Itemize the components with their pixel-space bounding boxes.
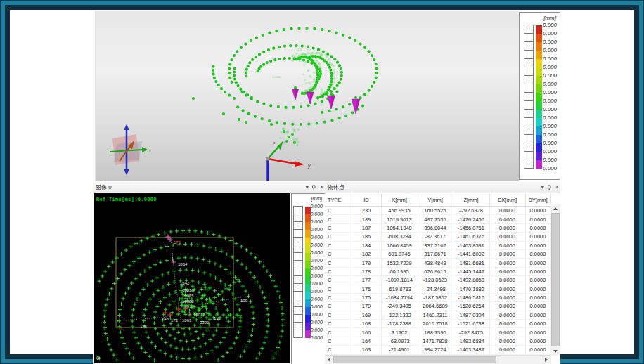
column-header[interactable]: DX[mm] (489, 193, 525, 207)
column-header[interactable]: TYPE (325, 193, 352, 207)
table-row[interactable]: C182691.9746317.8671-1441.60020.00000.00… (325, 249, 550, 258)
table-cell: 497.7535 (418, 215, 453, 223)
image-panel-header: 图像 0 ▾ × (93, 182, 325, 193)
table-cell: 179 (352, 259, 381, 267)
table-cell: C (325, 241, 352, 249)
table-cell: C (325, 215, 352, 223)
table-row[interactable]: C175-1084.7794-187.5852-1486.58160.00000… (325, 293, 550, 301)
point-id-label: 170 (174, 240, 181, 245)
table-cell: -1097.1814 (381, 276, 418, 285)
legend-color-segment (536, 67, 542, 76)
table-cell: 230 (352, 207, 381, 215)
table-row[interactable]: C170-249.34052064.6689-1520.62640.00000.… (325, 302, 550, 311)
table-row[interactable]: C164-63.09731471.7828-1493.68340.00000.0… (325, 337, 550, 345)
point-id-label: 146 (162, 317, 169, 321)
table-cell: 1519.9613 (381, 215, 418, 223)
legend-tick-label: 0.000 (543, 30, 557, 37)
table-cell: 0.0000 (525, 267, 550, 275)
legend-tick-label: 0.000 (543, 157, 557, 163)
legend-tick-label: 0.000 (310, 212, 323, 216)
legend-tick-label: 0.000 (543, 56, 557, 62)
scroll-left-button[interactable] (325, 356, 333, 364)
panel-pin-icon[interactable] (547, 185, 553, 190)
point-id-label: -1 (119, 327, 123, 331)
column-header[interactable]: ID (352, 193, 381, 207)
vertical-scrollbar[interactable] (550, 204, 560, 356)
svg-text:230: 230 (299, 57, 304, 60)
table-cell: 0.0000 (525, 320, 550, 328)
legend-checkbox[interactable] (524, 160, 534, 169)
legend-body: 0.0000.0000.0000.0000.0000.0000.0000.000… (520, 24, 560, 179)
table-cell: C (325, 328, 352, 337)
scroll-up-button[interactable] (550, 204, 560, 213)
table-cell: 169 (352, 311, 381, 319)
column-header[interactable]: X[mm] (381, 193, 418, 207)
legend-tick-label: 0.000 (543, 115, 557, 121)
table-row[interactable]: C1663.1702188.7390-292.84750.00000.0000 (325, 328, 550, 337)
panel-close-icon[interactable]: × (555, 182, 559, 193)
table-cell: 0.0000 (489, 337, 525, 345)
legend-tick-label: 0.000 (310, 304, 323, 309)
table-row[interactable]: C177-1097.1814-128.0523-1492.88680.00000… (325, 276, 550, 285)
3d-viewport[interactable]: 182184230170199186154210016xyy (95, 11, 519, 181)
legend-tick-label: 0.000 (543, 140, 557, 146)
panel-close-icon[interactable]: × (320, 182, 323, 193)
table-cell: 438.4843 (418, 259, 453, 267)
table-row[interactable]: C186-608.3284-82.3617-1461.63760.00000.0… (325, 233, 550, 241)
legend-color-segment (536, 84, 542, 93)
table-cell: -1470.1882 (453, 285, 489, 293)
point-id-label: 2200 (200, 320, 210, 325)
table-cell: 0.0000 (489, 241, 525, 249)
table-row[interactable]: C1791532.7229438.4843-1481.66810.00000.0… (325, 259, 550, 267)
table-cell: C (325, 259, 352, 267)
image-panel-title: 图像 0 (93, 184, 112, 190)
table-cell: -1492.8868 (453, 276, 489, 285)
image-panel: 图像 0 ▾ × 1701064154210016100151000810022… (93, 182, 325, 364)
table-cell: -1476.2456 (453, 215, 489, 223)
table-cell: -292.8475 (453, 328, 489, 337)
panel-pin-icon[interactable] (311, 185, 317, 190)
horizontal-scrollbar[interactable] (325, 355, 550, 364)
legend-tick-label: 0.000 (543, 89, 557, 96)
legend-tick-label: 0.000 (543, 22, 557, 28)
column-header[interactable]: Y[mm] (418, 193, 453, 207)
table-cell: 337.2162 (418, 241, 453, 249)
application-workspace: 182184230170199186154210016xyy [mm] 0.00… (10, 10, 634, 354)
table-cell: 0.0000 (489, 328, 525, 337)
image-index-label: 0 (96, 355, 99, 361)
table-cell: 60.1995 (381, 267, 418, 275)
table-row[interactable]: C163-21.4901994.2724-1463.34870.00000.00… (325, 346, 550, 354)
table-row[interactable]: C176-619.8733-24.3498-1470.18820.00000.0… (325, 285, 550, 293)
table-row[interactable]: C1841066.8459337.2162-1463.85910.00000.0… (325, 241, 550, 249)
legend-tick-label: 0.000 (543, 148, 557, 155)
table-cell: 0.0000 (525, 223, 550, 232)
horizontal-scroll-thumb[interactable] (333, 356, 496, 363)
panel-menu-icon[interactable]: ▾ (541, 182, 544, 193)
legend-tick-label: 0.000 (310, 250, 323, 255)
legend-checkbox[interactable] (293, 330, 303, 338)
table-cell: 396.0044 (418, 223, 453, 232)
table-cell: 182 (352, 249, 381, 258)
table-cell: -128.0523 (418, 276, 453, 285)
table-row[interactable]: C168-178.23882016.7518-1521.67380.00000.… (325, 320, 550, 328)
table-cell: 0.0000 (489, 302, 525, 311)
table-cell: 0.0000 (489, 215, 525, 223)
table-cell: C (325, 311, 352, 319)
table-cell: 0.0000 (489, 311, 525, 319)
legend-tick-label: 0.000 (310, 312, 323, 317)
table-row[interactable]: C230456.9935160.5525-292.63280.00000.000… (325, 207, 550, 215)
scroll-right-button[interactable] (542, 356, 550, 364)
table-row[interactable]: C1891519.9613497.7535-1476.24560.00000.0… (325, 215, 550, 223)
panel-menu-icon[interactable]: ▾ (306, 182, 309, 193)
scroll-down-button[interactable] (550, 346, 560, 356)
table-row[interactable]: C1871054.1340396.0044-1456.07610.00000.0… (325, 223, 550, 232)
column-header[interactable]: DY[mm] (525, 193, 550, 207)
image-canvas[interactable]: 1701064154210016100151000810022-11001710… (94, 193, 290, 363)
svg-text:y: y (307, 163, 311, 169)
column-header[interactable]: Z[mm] (453, 193, 489, 207)
table-cell: 166 (352, 328, 381, 337)
table-row[interactable]: C169-122.13221460.2311-1487.03040.00000.… (325, 311, 550, 319)
table-cell: 0.0000 (525, 337, 550, 345)
vertical-scroll-thumb[interactable] (551, 213, 560, 346)
table-row[interactable]: C17860.1995626.9615-1445.14470.00000.000… (325, 267, 550, 275)
